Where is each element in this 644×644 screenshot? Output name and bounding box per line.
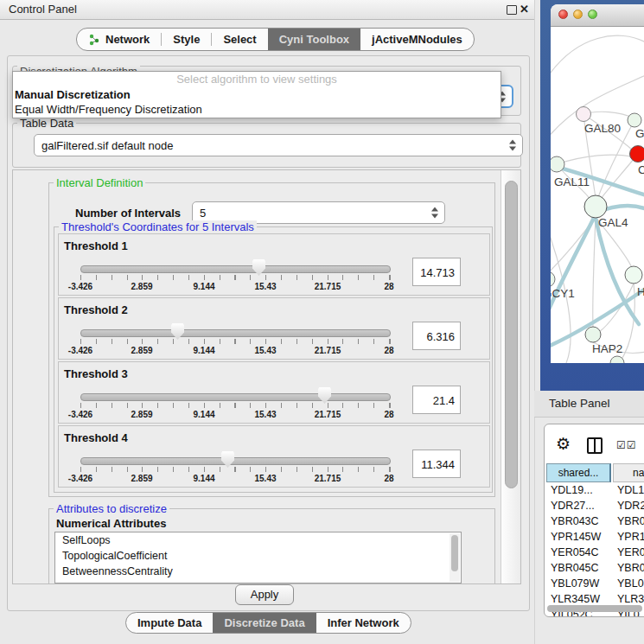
threshold-3-tick-marks [80, 403, 391, 408]
table-row[interactable]: YDR27...YDR2 [545, 498, 644, 513]
tab-infer-network[interactable]: Infer Network [316, 613, 411, 633]
node-gal4[interactable] [584, 195, 607, 218]
dropdown-option-equal-width[interactable]: Equal Width/Frequency Discretization [13, 102, 501, 117]
node-right[interactable] [625, 266, 642, 284]
tick-label: 15.43 [254, 474, 276, 483]
apply-button[interactable]: Apply [235, 584, 294, 605]
tab-style[interactable]: Style [162, 29, 211, 50]
threshold-3-value-field[interactable]: 21.4 [412, 386, 461, 414]
tab-network[interactable]: Network [77, 29, 161, 50]
cell: YPR1 [617, 529, 644, 545]
numerical-attributes-label: Numerical Attributes [56, 517, 166, 530]
table-data-title: Table Data [17, 117, 76, 130]
interval-definition-group: Interval Definition Number of Intervals … [48, 182, 495, 497]
threshold-2-label: Threshold 2 [64, 303, 128, 316]
list-scrollbar[interactable] [450, 533, 460, 582]
list-item[interactable]: SelfLoops [55, 532, 461, 548]
scrollbar-thumb[interactable] [505, 181, 518, 488]
tick-label: 28 [384, 410, 393, 419]
node-hap2[interactable] [585, 327, 601, 342]
table-horizontal-scrollbar[interactable] [547, 605, 644, 612]
threshold-3-slider-track[interactable] [80, 393, 391, 401]
tick-label: -3.426 [68, 282, 92, 291]
node-label-gcy1: GCY1 [551, 287, 575, 300]
scrollbar-thumb[interactable] [547, 605, 642, 612]
threshold-4-slider-handle[interactable] [221, 451, 234, 468]
tab-jactivemnodules[interactable]: jActiveMNodules [360, 29, 474, 50]
threshold-row-1: Threshold 1 -3.426 2.859 9.144 15.43 21.… [58, 233, 490, 296]
tick-label: 28 [384, 346, 393, 355]
cell: YDL1 [617, 482, 644, 498]
table-row[interactable]: YBR043CYBR0 [545, 513, 644, 529]
tab-impute-label: Impute Data [137, 616, 201, 629]
column-header-shared[interactable]: shared... [546, 463, 611, 482]
list-item[interactable]: TopologicalCoefficient [55, 548, 461, 564]
threshold-1-slider-track[interactable] [80, 265, 391, 273]
threshold-row-2: Threshold 2 -3.426 2.859 9.144 15.43 21.… [58, 297, 490, 360]
node-bottom-partial[interactable] [610, 356, 624, 363]
close-traffic-light-icon[interactable] [558, 10, 568, 19]
cell: YER0 [617, 545, 644, 560]
node-label-gal11: GAL11 [554, 175, 590, 188]
checkbox-icons[interactable]: ☑☑ [616, 439, 637, 451]
interval-definition-title: Interval Definition [54, 176, 145, 189]
threshold-4-tick-marks [80, 467, 391, 472]
tab-impute-data[interactable]: Impute Data [126, 613, 213, 633]
threshold-2-value-field[interactable]: 6.316 [412, 322, 461, 350]
table-row[interactable]: YPR145WYPR1 [545, 529, 644, 545]
node-gcy1[interactable] [551, 271, 555, 287]
node-pink[interactable] [577, 107, 591, 122]
threshold-1-label: Threshold 1 [64, 239, 128, 252]
numerical-attributes-list[interactable]: SelfLoops TopologicalCoefficient Between… [54, 532, 462, 583]
algorithm-dropdown-popup: Select algorithm to view settings Manual… [12, 71, 501, 118]
threshold-1-slider-handle[interactable] [252, 259, 265, 276]
table-row[interactable]: YBR045CYBR0 [545, 560, 644, 576]
node-red[interactable] [630, 146, 644, 163]
cell: YBR043C [551, 513, 599, 529]
tab-cyni-toolbox[interactable]: Cyni Toolbox [268, 29, 360, 50]
network-window-titlebar[interactable] [551, 4, 644, 27]
tick-label: 9.144 [193, 410, 214, 419]
threshold-4-slider-track[interactable] [80, 457, 391, 465]
cell: YER054C [551, 545, 599, 560]
threshold-2-slider-track[interactable] [80, 329, 391, 337]
threshold-3-slider-handle[interactable] [318, 387, 331, 404]
zoom-traffic-light-icon[interactable] [588, 10, 597, 19]
split-columns-icon[interactable] [587, 437, 603, 454]
number-of-intervals-label: Number of Intervals [75, 207, 181, 220]
tick-label: 15.43 [254, 410, 276, 419]
close-icon[interactable]: ✕ [520, 2, 529, 17]
cell: YPR145W [551, 529, 601, 545]
network-icon [88, 34, 100, 46]
dropdown-option-manual[interactable]: Manual Discretization [13, 87, 501, 102]
cell: YBR045C [551, 560, 599, 576]
threshold-4-value-field[interactable]: 11.344 [412, 450, 461, 478]
table-row[interactable]: YDL19...YDL1 [545, 482, 644, 498]
tab-discretize-data[interactable]: Discretize Data [213, 613, 316, 633]
threshold-1-value-field[interactable]: 14.713 [412, 258, 461, 286]
node-gal11[interactable] [551, 156, 564, 172]
threshold-3-label: Threshold 3 [64, 367, 128, 380]
table-data-combobox[interactable]: galFiltered.sif default node [34, 134, 523, 156]
node-green-top[interactable] [628, 113, 641, 127]
gear-icon[interactable]: ⚙ [556, 434, 571, 454]
cell: YBL0 [617, 576, 644, 591]
list-item[interactable]: BetweennessCentrality [55, 564, 461, 579]
column-header-name[interactable]: na [613, 463, 644, 482]
settings-scrollbar[interactable] [501, 170, 520, 583]
float-window-icon[interactable] [507, 5, 517, 15]
table-row[interactable]: YBL079WYBL0 [545, 576, 644, 591]
network-canvas[interactable]: GAL80 GA C GAL11 GAL4 GCY1 H HAP2 [551, 27, 644, 363]
tick-label: 2.859 [131, 474, 152, 483]
tick-label: 2.859 [131, 346, 152, 355]
table-row[interactable]: YER054CYER0 [545, 545, 644, 560]
network-graph: GAL80 GA C GAL11 GAL4 GCY1 H HAP2 [551, 27, 644, 363]
dropdown-hint: Select algorithm to view settings [13, 72, 501, 87]
tab-select[interactable]: Select [212, 29, 267, 50]
minimize-traffic-light-icon[interactable] [573, 10, 583, 19]
tick-label: 9.144 [193, 474, 214, 483]
tick-label: 9.144 [193, 282, 214, 291]
tick-label: 15.43 [254, 282, 276, 291]
threshold-2-slider-handle[interactable] [171, 323, 184, 340]
tab-cyni-label: Cyni Toolbox [279, 33, 349, 46]
